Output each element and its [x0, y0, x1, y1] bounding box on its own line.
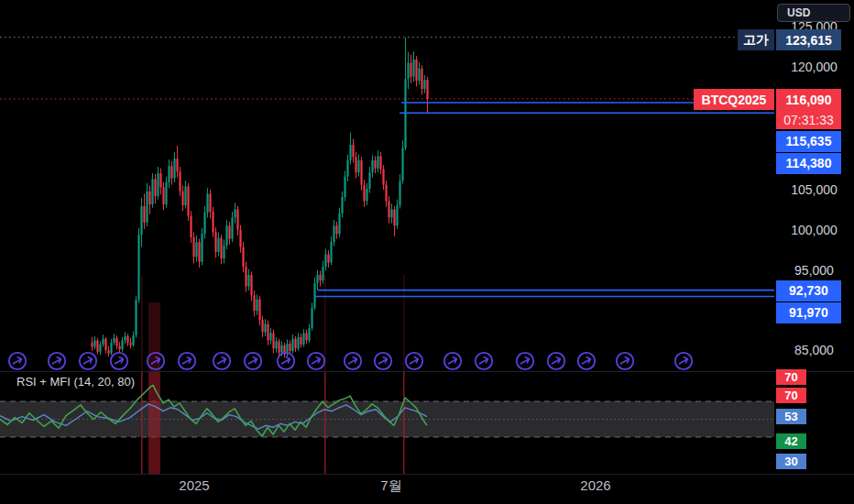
highlight-marker-extension [324, 275, 326, 371]
event-marker-icon[interactable] [49, 353, 65, 369]
event-marker-icon[interactable] [179, 353, 195, 369]
event-marker-icon[interactable] [675, 353, 692, 369]
event-marker-icon[interactable] [80, 353, 96, 369]
indicator-title: RSI + MFI (14, 20, 80) [16, 375, 135, 389]
event-marker-icon[interactable] [375, 353, 391, 369]
event-marker-icon[interactable] [444, 353, 461, 369]
highlight-marker [324, 371, 326, 474]
trading-chart-app: RSI + MFI (14, 20, 80) USD 125,000120,00… [0, 0, 854, 504]
event-marker-icon[interactable] [406, 353, 422, 369]
event-marker-icon[interactable] [111, 353, 127, 369]
highlight-marker [403, 371, 405, 474]
event-marker-icon[interactable] [578, 353, 595, 369]
event-marker-icon[interactable] [548, 353, 564, 369]
highlight-marker-extension [403, 275, 405, 371]
time-axis-label: 7월 [380, 477, 401, 495]
event-marker-icon[interactable] [245, 353, 261, 369]
event-marker-icon[interactable] [617, 353, 633, 369]
event-marker-icon[interactable] [9, 353, 26, 369]
time-axis-separator[interactable] [0, 474, 854, 475]
time-axis-label: 2026 [580, 477, 610, 493]
event-marker-icon[interactable] [345, 353, 361, 369]
highlight-marker [141, 371, 143, 474]
pane-separator[interactable] [0, 371, 854, 372]
currency-unit-button[interactable]: USD [777, 4, 850, 22]
event-marker-icon[interactable] [308, 353, 324, 369]
event-marker-icon[interactable] [517, 353, 533, 369]
highlight-marker-extension [141, 275, 143, 371]
chart-canvas[interactable] [0, 0, 854, 504]
time-axis-label: 2025 [179, 477, 209, 493]
event-marker-icon[interactable] [214, 353, 230, 369]
event-marker-icon[interactable] [476, 353, 492, 369]
event-marker-icon[interactable] [278, 353, 294, 369]
